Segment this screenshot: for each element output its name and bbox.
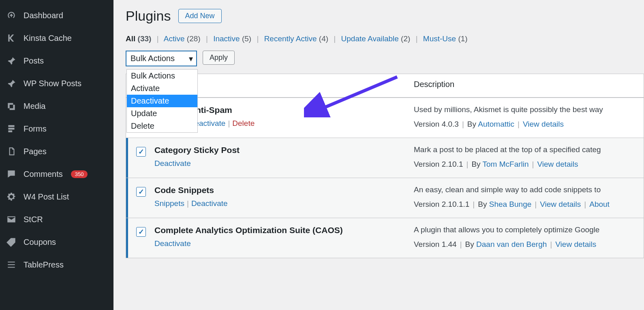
admin-sidebar: DashboardKinsta CachePostsWP Show PostsM… [0, 0, 113, 310]
row-actions: Snippets|Deactivate [154, 199, 414, 208]
action-deactivate[interactable]: Deactivate [154, 239, 191, 248]
bulk-option-delete[interactable]: Delete [127, 120, 197, 132]
sidebar-item-label: StCR [24, 215, 43, 224]
comment-icon [6, 168, 17, 180]
bulk-actions-select[interactable]: Bulk Actions Bulk ActionsActivateDeactiv… [126, 51, 197, 66]
sidebar-item-stcr[interactable]: StCR [0, 208, 113, 231]
plugin-name: Category Sticky Post [154, 145, 414, 155]
plugin-meta: Version 2.10.1.1|By Shea Bunge|View deta… [414, 200, 644, 209]
plugin-description: An easy, clean and simple way to add cod… [414, 185, 644, 194]
plugin-meta-link[interactable]: View details [537, 160, 578, 168]
plugin-meta-link[interactable]: View details [540, 200, 581, 208]
plugin-status-filters: All (33) | Active (28) | Inactive (5) | … [126, 34, 644, 43]
filter-inactive[interactable]: Inactive (5) [213, 34, 251, 43]
plugin-meta-link[interactable]: View details [555, 240, 596, 248]
plugin-description: A plugin that allows you to completely o… [414, 225, 644, 234]
pin-icon [6, 78, 17, 89]
column-description[interactable]: Description [414, 80, 644, 89]
page-title: Plugins [126, 8, 171, 24]
tag-icon [6, 236, 17, 248]
plugin-author-link[interactable]: Automattic [478, 120, 514, 128]
sidebar-item-media[interactable]: Media [0, 95, 113, 117]
plugin-name: Complete Analytics Optimization Suite (C… [154, 225, 414, 235]
bulk-option-deactivate[interactable]: Deactivate [127, 95, 197, 107]
sidebar-item-comments[interactable]: Comments350 [0, 163, 113, 185]
sidebar-item-label: Posts [24, 56, 44, 66]
plugin-author-link[interactable]: Shea Bunge [489, 200, 532, 208]
comments-count-badge: 350 [71, 170, 88, 178]
filter-recently-active[interactable]: Recently Active (4) [264, 34, 328, 43]
filter-all[interactable]: All (33) [126, 34, 151, 43]
media-icon [6, 100, 17, 112]
action-delete[interactable]: Delete [232, 119, 255, 127]
table-row: Akismet Anti-SpamSettings|Deactivate|Del… [126, 98, 644, 138]
pin-icon [6, 55, 17, 66]
gauge-icon [6, 10, 17, 21]
sidebar-item-label: Forms [24, 124, 47, 134]
sidebar-item-label: Coupons [24, 238, 56, 247]
pages-icon [6, 146, 17, 157]
sidebar-item-label: Pages [24, 147, 47, 156]
filter-must-use[interactable]: Must-Use (1) [423, 34, 468, 43]
row-actions: Deactivate [154, 239, 414, 248]
sidebar-item-label: Comments [24, 170, 63, 179]
plugin-meta: Version 2.10.1|By Tom McFarlin|View deta… [414, 160, 644, 169]
row-actions: Deactivate [154, 159, 414, 168]
row-checkbox[interactable] [136, 147, 146, 157]
sidebar-item-label: Kinsta Cache [24, 34, 72, 43]
main-content: Plugins Add New All (33) | Active (28) |… [113, 0, 644, 310]
sidebar-item-coupons[interactable]: Coupons [0, 231, 113, 253]
table-row: Complete Analytics Optimization Suite (C… [126, 218, 644, 258]
table-row: Code SnippetsSnippets|DeactivateAn easy,… [126, 178, 644, 218]
filter-update-available[interactable]: Update Available (2) [341, 34, 411, 43]
gear-icon [6, 191, 17, 202]
sidebar-item-dashboard[interactable]: Dashboard [0, 4, 113, 27]
sidebar-item-posts[interactable]: Posts [0, 49, 113, 72]
list-icon [6, 259, 17, 270]
plugins-table: Plugin Description Akismet Anti-SpamSett… [126, 74, 644, 258]
sidebar-item-label: W4 Post List [24, 192, 69, 202]
bulk-option-update[interactable]: Update [127, 107, 197, 120]
plugin-author-link[interactable]: Tom McFarlin [483, 160, 529, 168]
sidebar-item-forms[interactable]: Forms [0, 117, 113, 140]
bulk-option-bulk-actions[interactable]: Bulk Actions [127, 70, 197, 82]
plugin-name: Code Snippets [154, 185, 414, 195]
row-checkbox[interactable] [136, 227, 146, 237]
sidebar-item-tablepress[interactable]: TablePress [0, 253, 113, 276]
plugin-author-link[interactable]: Daan van den Bergh [476, 240, 547, 248]
plugin-description: Mark a post to be placed at the top of a… [414, 145, 644, 154]
row-checkbox[interactable] [136, 187, 146, 197]
bulk-actions-dropdown: Bulk ActionsActivateDeactivateUpdateDele… [126, 69, 198, 133]
sidebar-item-wp-show-posts[interactable]: WP Show Posts [0, 72, 113, 95]
sidebar-item-pages[interactable]: Pages [0, 140, 113, 163]
sidebar-item-label: Media [24, 102, 45, 111]
plugin-meta-link[interactable]: About [589, 200, 610, 208]
table-row: Category Sticky PostDeactivateMark a pos… [126, 138, 644, 178]
plugin-meta: Version 4.0.3|By Automattic|View details [414, 120, 644, 129]
kinsta-icon [6, 32, 17, 44]
mail-icon [6, 214, 17, 225]
sidebar-item-label: WP Show Posts [24, 79, 81, 88]
apply-button[interactable]: Apply [203, 51, 235, 65]
action-deactivate[interactable]: Deactivate [154, 159, 191, 168]
action-deactivate[interactable]: Deactivate [191, 199, 228, 208]
action-snippets[interactable]: Snippets [154, 199, 184, 208]
bulk-actions-selected: Bulk Actions [131, 54, 175, 63]
sidebar-item-kinsta-cache[interactable]: Kinsta Cache [0, 27, 113, 49]
plugin-meta-link[interactable]: View details [523, 120, 564, 128]
forms-icon [6, 123, 17, 134]
plugin-meta: Version 1.44|By Daan van den Bergh|View … [414, 240, 644, 249]
plugin-description: Used by millions, Akismet is quite possi… [414, 105, 644, 114]
filter-active[interactable]: Active (28) [164, 34, 201, 43]
sidebar-item-label: Dashboard [24, 11, 63, 20]
sidebar-item-w4-post-list[interactable]: W4 Post List [0, 185, 113, 208]
sidebar-item-label: TablePress [24, 260, 64, 270]
bulk-option-activate[interactable]: Activate [127, 82, 197, 95]
add-new-button[interactable]: Add New [178, 9, 222, 23]
